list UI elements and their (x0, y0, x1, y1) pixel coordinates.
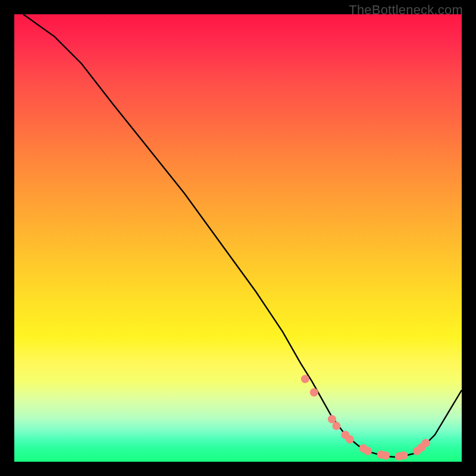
plot-area (14, 14, 462, 462)
chart-svg (14, 14, 462, 462)
data-marker (381, 451, 390, 459)
data-marker (310, 388, 318, 396)
data-marker (364, 447, 372, 455)
marker-group (301, 375, 430, 461)
data-marker (332, 422, 340, 430)
watermark-text: TheBottleneck.com (349, 2, 463, 18)
data-marker (346, 435, 354, 443)
data-marker (399, 451, 408, 459)
chart-frame: TheBottleneck.com (0, 0, 476, 476)
data-marker (301, 375, 309, 383)
bottleneck-curve (23, 14, 462, 457)
data-marker (422, 439, 430, 447)
